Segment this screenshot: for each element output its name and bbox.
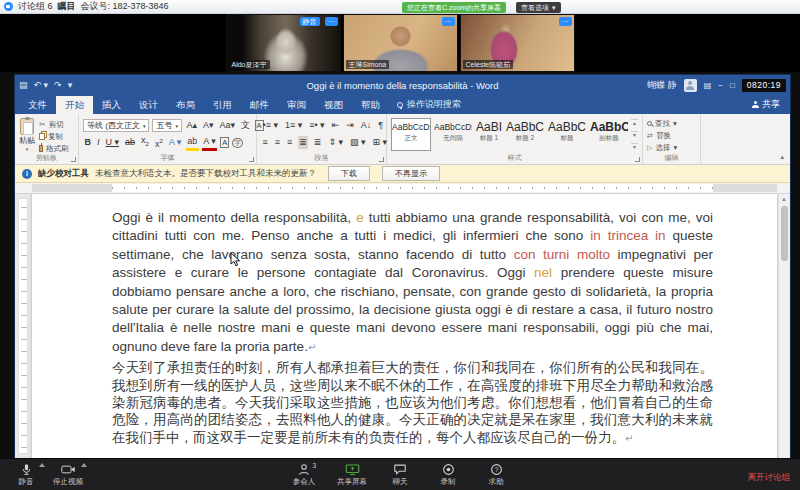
show-marks-button[interactable]: ¶	[377, 119, 385, 132]
tab-design[interactable]: 设计	[130, 96, 167, 114]
ask-help-button[interactable]: ? 求助	[476, 461, 516, 488]
tab-mailings[interactable]: 邮件	[241, 96, 278, 114]
participant-video-2[interactable]: ⋯ 王琳Simona	[343, 14, 458, 72]
chat-button[interactable]: 聊天	[380, 461, 420, 488]
stop-video-button[interactable]: 停止视频	[48, 461, 88, 488]
record-button[interactable]: 录制	[428, 461, 468, 488]
undo-icon[interactable]: ↶ ▾	[34, 80, 49, 90]
tab-home[interactable]: 开始	[56, 96, 93, 114]
more-options-icon[interactable]: ⋯	[325, 17, 338, 26]
character-shading-button[interactable]: A	[220, 137, 229, 148]
increase-indent-button[interactable]: ⇥	[345, 119, 356, 132]
tab-insert[interactable]: 插入	[93, 96, 130, 114]
qat-customize-icon[interactable]: ▾	[68, 80, 73, 90]
styles-gallery-more-icon[interactable]: ▾	[631, 143, 638, 151]
more-options-icon[interactable]: ⋯	[442, 17, 455, 26]
view-options-button[interactable]: 查看选项 ▾	[516, 2, 561, 13]
minimize-icon[interactable]: −	[718, 81, 723, 90]
distribute-button[interactable]: ≣	[312, 136, 323, 149]
style-subtitle[interactable]: AaBbC 副标题	[589, 118, 629, 151]
participant-video-3[interactable]: ⋯ Celeste陈晓茹	[460, 14, 575, 72]
subscript-button[interactable]: x2	[140, 134, 151, 151]
justify-button[interactable]: ≣	[298, 136, 309, 149]
select-button[interactable]: ▷选择 ▾	[647, 142, 696, 153]
participants-button[interactable]: 3 参会人	[284, 461, 324, 488]
tab-references[interactable]: 引用	[204, 96, 241, 114]
italic-button[interactable]: I	[96, 136, 102, 149]
tell-me-search[interactable]: 操作说明搜索	[397, 98, 461, 114]
style-preview: AaBI	[476, 121, 502, 134]
share-timer-badge: 0820:19	[742, 79, 786, 92]
restore-icon[interactable]: □	[730, 81, 735, 90]
share-screen-button[interactable]: 共享屏幕	[332, 461, 372, 488]
bullets-button[interactable]: •≡ ▾	[261, 119, 279, 132]
strikethrough-button[interactable]: ab	[124, 136, 137, 149]
ribbon-options-icon[interactable]: ▤	[704, 81, 712, 90]
replace-button[interactable]: ⇄替换	[647, 130, 696, 141]
paragraph-dialog-launcher[interactable]	[379, 157, 384, 162]
mute-button[interactable]: 静音	[6, 461, 46, 488]
font-name-select[interactable]: 等线 (西文正文▾	[83, 119, 149, 132]
save-icon[interactable]: ▤	[19, 80, 28, 90]
style-heading2[interactable]: AaBbC 标题 2	[505, 118, 545, 151]
document-page[interactable]: Oggi è il momento della responsabilità, …	[32, 194, 777, 458]
redo-icon[interactable]: ↷	[54, 80, 62, 90]
clipboard-dialog-launcher[interactable]	[71, 157, 76, 162]
borders-button[interactable]: ⊞ ▾	[371, 136, 389, 149]
bold-button[interactable]: B	[83, 136, 93, 149]
italian-text-run: in trincea in	[590, 228, 672, 243]
tell-me-label: 操作说明搜索	[407, 98, 461, 111]
scrollbar-thumb[interactable]	[781, 206, 788, 261]
styles-scroll-down-icon[interactable]: ▾	[631, 131, 638, 139]
person-icon	[752, 102, 758, 108]
tab-file[interactable]: 文件	[19, 96, 56, 114]
chevron-up-icon[interactable]	[81, 463, 87, 467]
font-size-select[interactable]: 五号▾	[152, 119, 182, 132]
chevron-up-icon[interactable]	[39, 463, 45, 467]
paste-button[interactable]: 粘贴 ▾	[19, 117, 35, 153]
align-center-button[interactable]: ≡	[273, 136, 281, 149]
font-dialog-launcher[interactable]	[249, 157, 254, 162]
shading-button[interactable]: ▨ ▾	[348, 136, 367, 149]
tab-view[interactable]: 视图	[315, 96, 352, 114]
style-title[interactable]: AaBbC 标题	[547, 118, 587, 151]
numbering-button[interactable]: 1≡ ▾	[283, 119, 303, 132]
tab-layout[interactable]: 布局	[167, 96, 204, 114]
participant-video-1[interactable]: 静音 ⋯ Aldo夏泽宇	[226, 14, 341, 72]
sort-button[interactable]: A↓	[359, 119, 373, 132]
collapse-ribbon-icon[interactable]: ▴	[780, 153, 784, 161]
highlight-color-button[interactable]: ab	[186, 135, 199, 151]
grow-font-button[interactable]: A▴	[185, 119, 199, 132]
style-no-spacing[interactable]: AaBbCcDx 无间隔	[433, 118, 473, 151]
decrease-indent-button[interactable]: ⇤	[330, 119, 341, 132]
copy-button[interactable]: 复制	[39, 131, 69, 142]
leave-room-button[interactable]: 离开讨论组	[748, 472, 791, 482]
enclose-characters-button[interactable]: 字	[232, 138, 243, 148]
cut-button[interactable]: ✂剪切	[39, 119, 69, 130]
styles-scroll-up-icon[interactable]: ▴	[631, 119, 638, 127]
account-avatar[interactable]	[684, 79, 697, 92]
line-spacing-button[interactable]: ⇕ ▾	[327, 136, 345, 149]
phonetic-guide-button[interactable]: 文	[240, 119, 252, 132]
align-left-button[interactable]: ≡	[261, 136, 269, 149]
tab-help[interactable]: 帮助	[352, 96, 389, 114]
multilevel-list-button[interactable]: ≡• ▾	[308, 119, 326, 132]
dismiss-button[interactable]: 不再显示	[382, 166, 440, 181]
shrink-font-button[interactable]: A▾	[201, 119, 215, 132]
text-effects-button[interactable]: A ▾	[167, 136, 183, 149]
align-right-button[interactable]: ≡	[286, 136, 294, 149]
find-button[interactable]: 查找 ▾	[647, 118, 696, 129]
share-button[interactable]: 共享	[752, 98, 780, 114]
underline-button[interactable]: U ▾	[104, 136, 121, 149]
scroll-up-icon[interactable]: ▲	[779, 194, 789, 205]
word-scrollbar[interactable]: ▲	[778, 194, 789, 458]
superscript-button[interactable]: x2	[153, 135, 164, 151]
styles-dialog-launcher[interactable]	[635, 157, 640, 162]
download-button[interactable]: 下载	[328, 166, 370, 181]
style-heading1[interactable]: AaBI 标题 1	[475, 118, 503, 151]
tab-review[interactable]: 审阅	[278, 96, 315, 114]
style-normal[interactable]: AaBbCcDx 正文	[391, 118, 431, 151]
change-case-button[interactable]: Aa▾	[218, 119, 237, 132]
more-options-icon[interactable]: ⋯	[559, 17, 572, 26]
font-color-button[interactable]: A ▾	[202, 135, 218, 151]
